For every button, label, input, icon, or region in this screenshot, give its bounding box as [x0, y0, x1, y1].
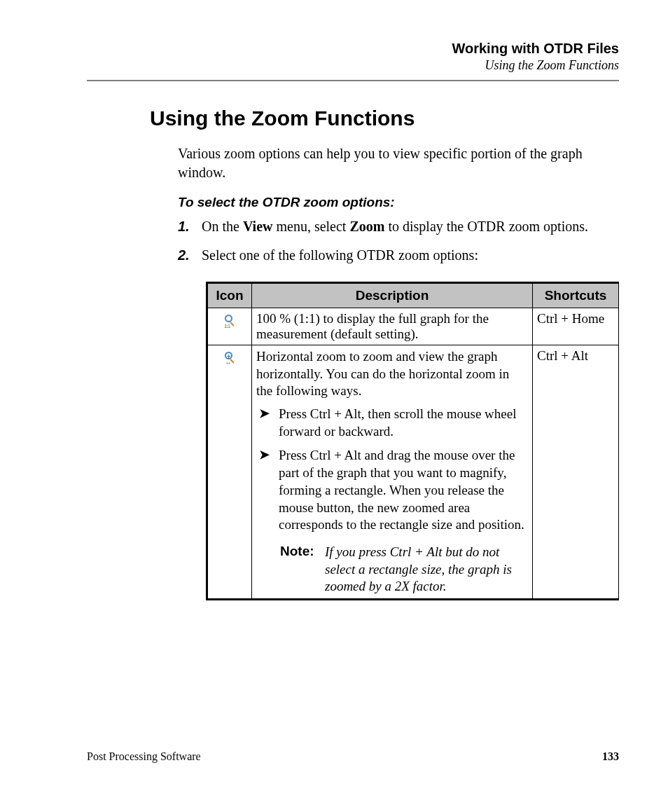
arrow-icon: ➤	[259, 447, 279, 533]
note-text: If you press Ctrl + Alt but do not selec…	[325, 544, 528, 596]
col-header-description: Description	[252, 283, 533, 308]
procedure-steps: 1. On the View menu, select Zoom to disp…	[178, 217, 619, 265]
zoom-options-table: Icon Description Shortcuts 1:1 100 % (1:…	[206, 282, 619, 600]
step-number: 1.	[178, 217, 202, 236]
page-number: 133	[602, 750, 619, 763]
list-item: ➤ Press Ctrl + Alt, then scroll the mous…	[256, 406, 528, 440]
cell-icon: 1:1	[207, 308, 252, 345]
note-label: Note:	[280, 544, 325, 596]
cell-description: Horizontal zoom to zoom and view the gra…	[252, 345, 533, 600]
note: Note: If you press Ctrl + Alt but do not…	[256, 544, 528, 596]
arrow-icon: ➤	[259, 406, 279, 440]
step-2: 2. Select one of the following OTDR zoom…	[178, 246, 619, 265]
table-row: 1:1 100 % (1:1) to display the full grap…	[207, 308, 619, 345]
chapter-title: Working with OTDR Files	[87, 41, 619, 57]
page-footer: Post Processing Software 133	[87, 750, 619, 763]
document-page: Working with OTDR Files Using the Zoom F…	[0, 0, 668, 812]
cell-shortcut: Ctrl + Alt	[533, 345, 619, 600]
bullet-list: ➤ Press Ctrl + Alt, then scroll the mous…	[256, 406, 528, 534]
table-header-row: Icon Description Shortcuts	[207, 283, 619, 308]
procedure-heading: To select the OTDR zoom options:	[178, 195, 619, 210]
step-text: Select one of the following OTDR zoom op…	[202, 246, 478, 265]
zoom-100-icon: 1:1	[223, 314, 237, 328]
bullet-text: Press Ctrl + Alt, then scroll the mouse …	[279, 406, 528, 440]
breadcrumb-section: Using the Zoom Functions	[87, 58, 619, 73]
desc-main: Horizontal zoom to zoom and view the gra…	[256, 348, 528, 400]
cell-shortcut: Ctrl + Home	[533, 308, 619, 345]
intro-paragraph: Various zoom options can help you to vie…	[178, 144, 619, 182]
body: Various zoom options can help you to vie…	[178, 144, 619, 265]
step-number: 2.	[178, 246, 202, 265]
zoom-horizontal-icon: +↔	[223, 351, 237, 365]
cell-description: 100 % (1:1) to display the full graph fo…	[252, 308, 533, 345]
list-item: ➤ Press Ctrl + Alt and drag the mouse ov…	[256, 447, 528, 533]
step-text: On the View menu, select Zoom to display…	[202, 217, 588, 236]
bullet-text: Press Ctrl + Alt and drag the mouse over…	[279, 447, 528, 533]
cell-icon: +↔	[207, 345, 252, 600]
footer-product: Post Processing Software	[87, 750, 201, 763]
page-title: Using the Zoom Functions	[150, 106, 619, 130]
step-1: 1. On the View menu, select Zoom to disp…	[178, 217, 619, 236]
table-row: +↔ Horizontal zoom to zoom and view the …	[207, 345, 619, 600]
col-header-icon: Icon	[207, 283, 252, 308]
running-head: Working with OTDR Files Using the Zoom F…	[87, 41, 619, 73]
col-header-shortcuts: Shortcuts	[533, 283, 619, 308]
header-rule	[87, 80, 619, 81]
